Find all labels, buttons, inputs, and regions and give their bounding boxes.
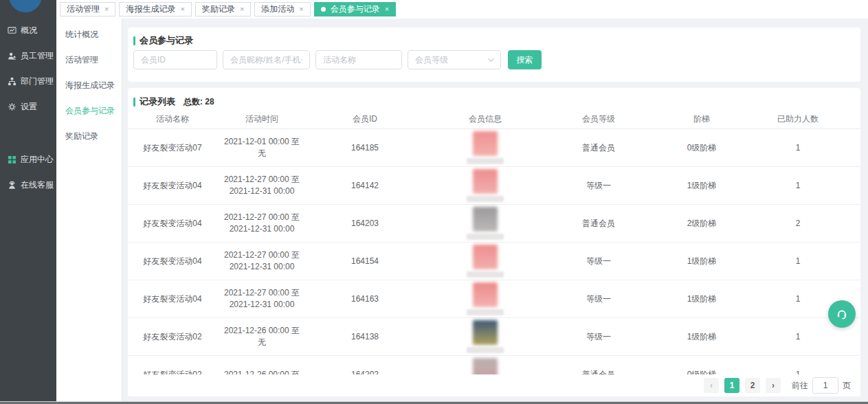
member-info-cell <box>423 320 547 353</box>
settings-icon <box>8 102 16 111</box>
search-panel-title: 会员参与记录 <box>133 34 193 47</box>
column-header: 活动时间 <box>217 113 307 125</box>
activity-time-cell: 2021-12-27 00:00 至2021-12-31 00:00 <box>217 249 307 273</box>
table-row: 好友裂变活动042021-12-27 00:00 至2021-12-31 00:… <box>128 243 860 280</box>
tab-会员参与记录[interactable]: 会员参与记录× <box>314 2 396 16</box>
column-header: 会员ID <box>307 113 423 125</box>
tier-cell: 2级阶梯 <box>650 218 753 229</box>
close-icon[interactable]: × <box>180 5 184 13</box>
activity-time-cell: 2021-12-01 00:00 至无 <box>217 136 307 159</box>
employee-icon <box>8 52 16 60</box>
search-button[interactable]: 搜索 <box>508 50 542 69</box>
time-start: 2021-12-27 00:00 至 <box>224 174 300 186</box>
sidebar-item-1[interactable]: 概况 <box>0 18 56 43</box>
chevron-down-icon <box>488 56 494 62</box>
time-end: 2021-12-31 00:00 <box>230 223 295 235</box>
active-tab-dot <box>321 7 326 12</box>
tab-bar: 活动管理×海报生成记录×奖励记录×添加活动×会员参与记录× <box>56 0 868 19</box>
tab-活动管理[interactable]: 活动管理× <box>60 2 115 16</box>
member-name-blurred <box>467 309 504 315</box>
column-header: 会员信息 <box>423 113 547 125</box>
submenu-item[interactable]: 海报生成记录 <box>56 73 122 98</box>
sidebar-item-label: 部门管理 <box>21 76 54 87</box>
sidebar-item-6[interactable]: 在线客服 <box>0 172 56 198</box>
helper-count-cell: 1 <box>753 142 843 154</box>
member-level-select[interactable]: 会员等级 <box>408 50 501 69</box>
online-service-float-button[interactable] <box>828 300 856 328</box>
member-name-blurred <box>467 196 504 202</box>
search-panel-title-text: 会员参与记录 <box>140 34 193 47</box>
member-info-input[interactable] <box>223 50 310 69</box>
tier-cell: 1级阶梯 <box>650 180 753 192</box>
helper-count-cell: 2 <box>753 218 843 229</box>
member-name-blurred <box>467 271 504 278</box>
member-level-cell: 普通会员 <box>547 142 650 154</box>
goto-label: 前往 <box>792 380 808 392</box>
tab-label: 活动管理 <box>67 3 100 15</box>
headset-icon <box>835 307 849 321</box>
pagination-page-2[interactable]: 2 <box>745 378 760 393</box>
table-row: 好友裂变活动042021-12-27 00:00 至2021-12-31 00:… <box>128 167 860 205</box>
close-icon[interactable]: × <box>385 5 389 13</box>
column-header: 已助力人数 <box>753 113 843 125</box>
activity-name-cell: 好友裂变活动04 <box>128 256 217 267</box>
app-window: 活动管理×海报生成记录×奖励记录×添加活动×会员参与记录× 概况员工管理部门管理… <box>0 0 868 404</box>
tab-奖励记录[interactable]: 奖励记录× <box>195 2 251 16</box>
activity-time-cell: 2021-12-27 00:00 至2021-12-31 00:00 <box>217 287 307 311</box>
helper-count-cell: 1 <box>753 331 843 343</box>
member-avatar-blurred <box>473 131 498 156</box>
page-unit-label: 页 <box>843 380 851 392</box>
member-level-cell: 等级一 <box>547 256 650 267</box>
pagination-prev-button[interactable]: ‹ <box>704 378 719 393</box>
goto-page-input[interactable] <box>812 377 838 394</box>
member-level-select-placeholder: 会员等级 <box>415 54 448 66</box>
time-start: 2021-12-27 00:00 至 <box>224 249 300 261</box>
sidebar-item-2[interactable]: 员工管理 <box>0 43 56 69</box>
search-fields-row: 会员等级 搜索 <box>133 50 542 69</box>
member-id-input[interactable] <box>133 50 217 69</box>
record-list-title: 记录列表 <box>133 96 175 108</box>
pagination-next-button[interactable]: › <box>766 378 781 393</box>
table-row: 好友裂变活动022021-12-26 00:00 至无164138等级一1级阶梯… <box>128 318 860 356</box>
time-end: 2021-12-31 00:00 <box>230 261 295 273</box>
title-accent-bar <box>133 36 135 45</box>
activity-name-cell: 好友裂变活动02 <box>128 331 217 343</box>
bottom-window-edge <box>0 401 868 404</box>
tab-添加活动[interactable]: 添加活动× <box>254 2 310 16</box>
table-body: 好友裂变活动072021-12-01 00:00 至无164185普通会员0级阶… <box>128 129 860 394</box>
member-info-cell <box>423 131 547 164</box>
column-header: 会员等级 <box>547 113 650 125</box>
member-id-cell: 164203 <box>307 218 423 229</box>
member-avatar-blurred <box>473 169 498 194</box>
submenu-item[interactable]: 会员参与记录 <box>56 98 122 124</box>
time-end: 2021-12-31 00:00 <box>230 299 295 311</box>
tab-海报生成记录[interactable]: 海报生成记录× <box>119 2 191 16</box>
sidebar-item-4[interactable]: 设置 <box>0 94 56 120</box>
time-start: 2021-12-27 00:00 至 <box>224 287 300 299</box>
member-level-cell: 等级一 <box>547 331 650 343</box>
service-icon <box>8 181 16 190</box>
submenu-item[interactable]: 统计概况 <box>56 22 122 47</box>
member-avatar-blurred <box>473 282 498 307</box>
pagination-bar: ‹12› 前往 页 <box>128 374 860 396</box>
activity-name-input[interactable] <box>315 50 402 69</box>
tier-cell: 0级阶梯 <box>650 142 753 154</box>
activity-time-cell: 2021-12-27 00:00 至2021-12-31 00:00 <box>217 212 307 235</box>
activity-name-cell: 好友裂变活动04 <box>128 293 217 305</box>
sidebar-item-label: 应用中心 <box>21 154 54 166</box>
close-icon[interactable]: × <box>104 5 109 13</box>
primary-sidebar: 概况员工管理部门管理设置应用中心在线客服 <box>0 0 56 401</box>
activity-name-cell: 好友裂变活动04 <box>128 180 217 192</box>
sidebar-item-5[interactable]: 应用中心 <box>0 147 56 172</box>
member-info-cell <box>423 207 547 240</box>
close-icon[interactable]: × <box>299 5 303 13</box>
submenu-item[interactable]: 奖励记录 <box>56 124 122 149</box>
pagination-page-1[interactable]: 1 <box>724 378 739 393</box>
sidebar-item-3[interactable]: 部门管理 <box>0 69 56 94</box>
submenu-item[interactable]: 活动管理 <box>56 47 122 73</box>
close-icon[interactable]: × <box>240 5 244 13</box>
sidebar-item-label: 在线客服 <box>21 179 54 191</box>
member-info-cell <box>423 169 547 202</box>
time-end: 无 <box>258 148 266 159</box>
activity-time-cell: 2021-12-27 00:00 至2021-12-31 00:00 <box>217 174 307 197</box>
